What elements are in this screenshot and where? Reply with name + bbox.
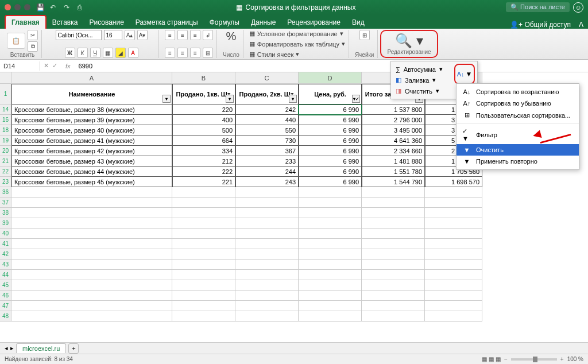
editing-group[interactable]: 🔍 ▾ Редактирование: [380, 30, 438, 58]
wrap-icon[interactable]: ↲: [203, 30, 213, 40]
cell[interactable]: Кроссовки беговые, размер 45 (мужские): [11, 177, 172, 187]
cell[interactable]: [425, 301, 482, 311]
save-icon[interactable]: 💾: [36, 3, 44, 11]
cell[interactable]: 221: [172, 177, 235, 187]
feedback-icon[interactable]: ☺: [573, 2, 583, 13]
cell[interactable]: 440: [235, 115, 299, 125]
italic-button[interactable]: К: [78, 48, 88, 58]
cell[interactable]: [235, 260, 299, 270]
cell[interactable]: [362, 249, 425, 260]
row-header[interactable]: 19: [0, 135, 11, 146]
row-header[interactable]: 48: [0, 311, 11, 322]
tab-formulas[interactable]: Формулы: [204, 16, 245, 29]
search-field[interactable]: 🔍 Поиск на листе: [506, 2, 570, 12]
cell[interactable]: [425, 249, 482, 260]
cell[interactable]: 1 544 790: [362, 177, 425, 187]
cell[interactable]: [425, 187, 482, 198]
filter-button[interactable]: ▾: [226, 95, 234, 103]
cell[interactable]: 233: [235, 156, 299, 166]
cell[interactable]: [299, 301, 362, 311]
cell[interactable]: [425, 291, 482, 301]
row-header[interactable]: 36: [0, 187, 11, 198]
cell[interactable]: 550: [235, 125, 299, 135]
align-mid-icon[interactable]: ≡: [177, 30, 188, 40]
print-icon[interactable]: ⎙: [78, 3, 86, 11]
cell[interactable]: 220: [172, 104, 235, 115]
row-header[interactable]: 46: [0, 291, 11, 301]
bold-button[interactable]: Ж: [65, 48, 75, 58]
row-header[interactable]: 42: [0, 249, 11, 260]
row-header[interactable]: 47: [0, 301, 11, 311]
cell[interactable]: [11, 301, 172, 311]
cell[interactable]: [235, 229, 299, 239]
cell[interactable]: [235, 311, 299, 322]
cell[interactable]: [299, 311, 362, 322]
cell[interactable]: 500: [172, 125, 235, 135]
cell[interactable]: [362, 218, 425, 229]
cell[interactable]: [11, 260, 172, 270]
name-box[interactable]: D14: [0, 61, 40, 71]
find-icon[interactable]: 🔍 ▾: [395, 33, 423, 49]
align-top-icon[interactable]: ≡: [165, 30, 175, 40]
add-sheet-button[interactable]: +: [68, 343, 79, 354]
cell[interactable]: 1 537 800: [362, 104, 425, 115]
fill-button[interactable]: ◧Заливка ▾: [393, 75, 454, 86]
underline-button[interactable]: Ч: [90, 48, 100, 58]
share-button[interactable]: 👤+ Общий доступ: [510, 21, 571, 29]
cell[interactable]: [362, 260, 425, 270]
cell[interactable]: 222: [172, 166, 235, 177]
row-header[interactable]: 23: [0, 177, 11, 187]
zoom-controls[interactable]: ▦ ▦ ▦ −+ 100 %: [482, 356, 583, 362]
sort-ascending-item[interactable]: A↓Сортировка по возрастанию: [457, 86, 579, 98]
window-controls[interactable]: [5, 4, 30, 10]
font-size-select[interactable]: [104, 30, 122, 40]
border-icon[interactable]: ▦: [103, 48, 113, 58]
align-bot-icon[interactable]: ≡: [190, 30, 200, 40]
row-header[interactable]: 40: [0, 229, 11, 239]
cell[interactable]: [425, 280, 482, 291]
filter-item[interactable]: ✓ ▼Фильтр: [457, 125, 579, 144]
cut-icon[interactable]: ✂: [28, 30, 38, 40]
cell[interactable]: [299, 280, 362, 291]
cell[interactable]: Наименование▾: [11, 84, 172, 104]
row-header[interactable]: 20: [0, 146, 11, 156]
cell[interactable]: [172, 218, 235, 229]
cell[interactable]: [172, 301, 235, 311]
cell[interactable]: Кроссовки беговые, размер 38 (мужские): [11, 104, 172, 115]
cell[interactable]: [172, 208, 235, 218]
filter-button[interactable]: ▾✓: [352, 95, 360, 103]
cell[interactable]: [11, 311, 172, 322]
clear-button[interactable]: ◨Очистить ▾: [393, 86, 454, 96]
row-header[interactable]: 1: [0, 84, 11, 104]
cell[interactable]: [362, 208, 425, 218]
cell[interactable]: [235, 218, 299, 229]
insert-cell-icon[interactable]: ⊞: [359, 30, 370, 40]
filter-button[interactable]: ▾: [289, 95, 297, 103]
cell[interactable]: 212: [172, 156, 235, 166]
cell[interactable]: [172, 239, 235, 249]
cell[interactable]: Кроссовки беговые, размер 42 (мужские): [11, 146, 172, 156]
cell[interactable]: 664: [172, 135, 235, 146]
fx-icon[interactable]: fx: [61, 63, 75, 69]
cell[interactable]: [425, 260, 482, 270]
sort-descending-item[interactable]: A↑Сортировка по убыванию: [457, 98, 579, 109]
sheet-nav-icon[interactable]: ◂: [5, 344, 8, 352]
tab-review[interactable]: Рецензирование: [281, 16, 346, 29]
cell[interactable]: 6 990: [299, 156, 362, 166]
cell[interactable]: [235, 187, 299, 198]
row-header[interactable]: 14: [0, 104, 11, 115]
autosum-button[interactable]: ∑Автосумма ▾: [393, 64, 454, 75]
cell[interactable]: 730: [235, 135, 299, 146]
cell[interactable]: 2 796 000: [362, 115, 425, 125]
cell[interactable]: [235, 249, 299, 260]
column-header[interactable]: B: [172, 72, 235, 84]
cell[interactable]: [11, 239, 172, 249]
row-header[interactable]: 22: [0, 166, 11, 177]
cell[interactable]: [172, 280, 235, 291]
copy-icon[interactable]: ⧉: [28, 41, 38, 52]
cell[interactable]: Цена, руб.▾✓: [299, 84, 362, 104]
cell[interactable]: [235, 270, 299, 280]
tab-home[interactable]: Главная: [5, 15, 47, 29]
cell[interactable]: [362, 270, 425, 280]
formula-input[interactable]: 6990: [75, 63, 96, 69]
